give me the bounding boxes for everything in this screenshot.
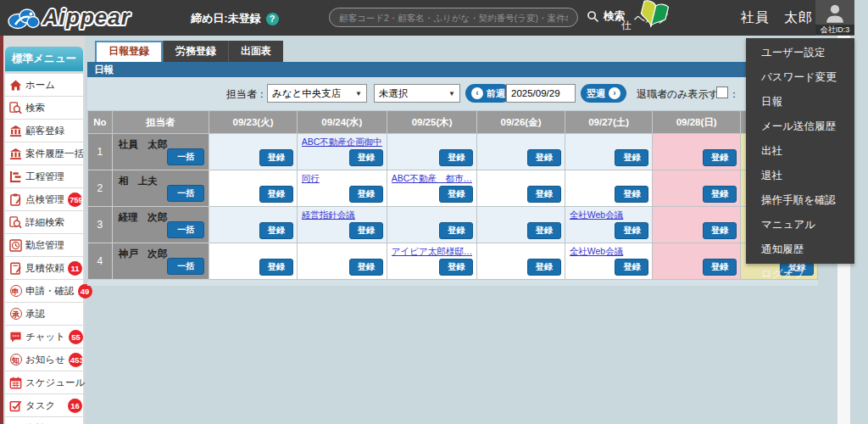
tab[interactable]: 労務登録 (163, 41, 228, 62)
report-link[interactable]: 同行 (302, 173, 382, 185)
day-cell: 全社Web会議登録 (565, 207, 653, 243)
report-link[interactable]: アイピア太郎様邸… (392, 246, 472, 258)
sidebar-item[interactable]: 案件履歴一括 (5, 142, 83, 165)
batch-button[interactable]: 一括 (167, 221, 204, 238)
register-button[interactable]: 登録 (259, 149, 293, 166)
beginner-mark-icon[interactable] (635, 0, 672, 34)
user-menu-item[interactable]: 操作手順を確認 (746, 188, 854, 213)
user-menu-item[interactable]: ユーザー設定 (746, 41, 854, 65)
chevron-left-icon: ‹ (471, 87, 483, 99)
sidebar-item[interactable]: 申申請・確認49 (5, 280, 83, 302)
sidebar-item[interactable]: 見積依頼11 (5, 257, 83, 279)
report-link[interactable]: ABC不動産 都市… (392, 173, 472, 185)
register-button[interactable]: 登録 (527, 186, 561, 203)
day-cell: 登録 (477, 207, 565, 243)
register-button[interactable]: 登録 (703, 259, 737, 276)
register-button[interactable]: 登録 (439, 149, 473, 166)
tab[interactable]: 出面表 (228, 41, 283, 62)
sidebar-item-label: 案件履歴一括 (25, 148, 84, 160)
register-button[interactable]: 登録 (259, 186, 293, 203)
tab[interactable]: 日報登録 (95, 41, 163, 62)
sidebar-item[interactable]: 検索 (5, 97, 83, 119)
user-menu-item[interactable]: 通知履歴 (746, 237, 854, 262)
chevron-right-icon: › (609, 87, 620, 99)
register-button[interactable]: 登録 (349, 259, 383, 276)
row-number-cell: 1 (88, 134, 113, 170)
register-button[interactable]: 登録 (527, 222, 561, 239)
sidebar-item[interactable]: 詳細検索 (5, 211, 83, 233)
report-link[interactable]: 全社Web会議 (570, 246, 648, 258)
prev-week-button[interactable]: ‹ 前週 (465, 84, 511, 103)
register-button[interactable]: 登録 (527, 259, 561, 276)
register-button[interactable]: 登録 (259, 259, 293, 276)
sidebar-item[interactable]: スケジュール (5, 371, 83, 393)
sidebar-item-label: 顧客登録 (25, 125, 64, 137)
sidebar-item-label: 申請・確認 (25, 285, 75, 298)
staff-select[interactable]: 未選択▼ (374, 84, 460, 103)
user-menu-item[interactable]: 日報 (746, 90, 854, 114)
report-link[interactable]: ABC不動産企画御中 (302, 137, 382, 148)
register-button[interactable]: 登録 (703, 222, 737, 239)
user-menu-item[interactable]: 退社 (746, 164, 854, 188)
register-button[interactable]: 登録 (615, 259, 648, 276)
batch-button[interactable]: 一括 (167, 258, 204, 275)
register-button[interactable]: 登録 (259, 222, 293, 239)
batch-button[interactable]: 一括 (167, 148, 204, 165)
sidebar-item[interactable]: 資料 (5, 417, 83, 424)
register-button[interactable]: 登録 (349, 186, 383, 203)
column-header: 09/27(土) (565, 111, 653, 134)
chat-icon (9, 331, 22, 343)
sidebar-item[interactable]: 承承認 (5, 303, 83, 325)
search-button[interactable]: 検索 (587, 9, 625, 24)
register-button[interactable]: 登録 (703, 186, 737, 203)
filter-toolbar: 担当者： みなと中央支店▼ 未選択▼ ‹ 前週 翌週 › 退職者のみ表示する： (87, 77, 818, 110)
week-date-input[interactable] (506, 84, 576, 103)
branch-select[interactable]: みなと中央支店▼ (267, 84, 367, 103)
user-avatar[interactable]: 会社ID:3 (815, 0, 854, 36)
register-button[interactable]: 登録 (349, 149, 383, 166)
report-link[interactable]: 経営指針会議 (302, 209, 382, 221)
user-name[interactable]: 社員 太郎 (741, 9, 813, 27)
retiree-only-checkbox[interactable] (716, 86, 728, 98)
sidebar-item[interactable]: ホーム (5, 74, 83, 96)
next-week-button[interactable]: 翌週 › (581, 84, 626, 103)
register-button[interactable]: 登録 (439, 222, 473, 239)
user-menu-item[interactable]: パスワード変更 (746, 65, 854, 90)
app-logo[interactable]: Aippear (7, 4, 131, 31)
user-menu-item[interactable]: 出社 (746, 139, 854, 164)
sidebar-item[interactable]: 工程管理 (5, 165, 83, 187)
day-cell: 経営指針会議登録 (297, 207, 387, 243)
global-search-input[interactable] (329, 8, 578, 27)
sidebar-item[interactable]: 点検管理759 (5, 188, 83, 210)
day-cell: 同行登録 (297, 170, 387, 207)
notification-badge: 55 (69, 330, 83, 344)
user-menu-item[interactable]: メール送信履歴 (746, 114, 854, 139)
sidebar-item[interactable]: 知お知らせ453 (5, 349, 83, 371)
sidebar-item[interactable]: タスク16 (5, 394, 83, 416)
help-question-icon[interactable]: ? (266, 13, 279, 25)
register-button[interactable]: 登録 (615, 222, 648, 239)
day-cell: 登録 (477, 134, 565, 170)
table-row: 3経理 次郎一括登録経営指針会議登録登録登録全社Web会議登録登録登録 (88, 207, 818, 243)
chevron-down-icon: ▼ (448, 90, 455, 98)
register-button[interactable]: 登録 (349, 222, 383, 239)
chevron-down-icon: ▼ (355, 90, 362, 98)
sidebar-item[interactable]: 勤怠管理 (5, 234, 83, 256)
register-button[interactable]: 登録 (439, 186, 473, 203)
register-button[interactable]: 登録 (615, 186, 648, 203)
register-button[interactable]: 登録 (527, 149, 561, 166)
sidebar-item[interactable]: チャット55 (5, 326, 83, 348)
user-menu-item[interactable]: ログオフ (746, 262, 854, 287)
register-button[interactable]: 登録 (615, 149, 648, 166)
column-header: 09/24(水) (297, 111, 387, 134)
register-button[interactable]: 登録 (439, 259, 473, 276)
sidebar-item[interactable]: 顧客登録 (5, 120, 83, 142)
sidebar-item-label: ホーム (25, 79, 55, 92)
register-button[interactable]: 登録 (703, 149, 737, 166)
user-menu-item[interactable]: マニュアル (746, 213, 854, 237)
cloud-logo-icon (7, 5, 41, 31)
report-link[interactable]: 全社Web会議 (570, 209, 648, 221)
notification-badge: 453 (69, 353, 83, 367)
batch-button[interactable]: 一括 (167, 185, 204, 202)
sidebar-item-label: タスク (25, 399, 55, 412)
